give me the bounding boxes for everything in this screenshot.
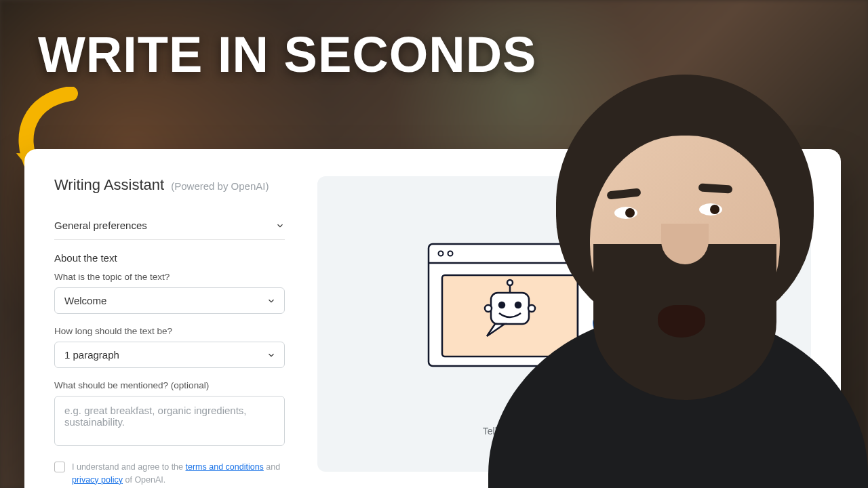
consent-prefix: I understand and agree to the — [72, 462, 186, 472]
topic-label: What is the topic of the text? — [54, 272, 285, 282]
privacy-link[interactable]: privacy policy — [72, 475, 123, 485]
presenter-photo — [461, 0, 868, 488]
general-preferences-label: General preferences — [54, 220, 147, 231]
chevron-down-icon — [275, 221, 285, 230]
mentions-input[interactable] — [54, 396, 285, 446]
form-panel: Writing Assistant (Powered by OpenAI) Ge… — [54, 176, 285, 472]
consent-suffix: of OpenAI. — [123, 475, 165, 485]
chevron-down-icon — [267, 296, 276, 306]
chevron-down-icon — [267, 350, 276, 360]
consent-text: I understand and agree to the terms and … — [72, 461, 285, 487]
consent-mid: and — [264, 462, 280, 472]
panel-title: Writing Assistant — [54, 176, 164, 194]
panel-subtitle: (Powered by OpenAI) — [171, 180, 269, 192]
topic-value: Welcome — [64, 295, 106, 306]
consent-checkbox[interactable] — [54, 462, 65, 472]
length-select[interactable]: 1 paragraph — [54, 342, 285, 368]
about-text-heading: About the text — [54, 252, 285, 264]
mentions-label: What should be mentioned? (optional) — [54, 380, 285, 390]
general-preferences-toggle[interactable]: General preferences — [54, 211, 285, 240]
consent-row: I understand and agree to the terms and … — [54, 461, 285, 487]
topic-select[interactable]: Welcome — [54, 287, 285, 314]
length-value: 1 paragraph — [64, 349, 119, 361]
length-label: How long should the text be? — [54, 326, 285, 336]
terms-link[interactable]: terms and conditions — [186, 462, 264, 472]
